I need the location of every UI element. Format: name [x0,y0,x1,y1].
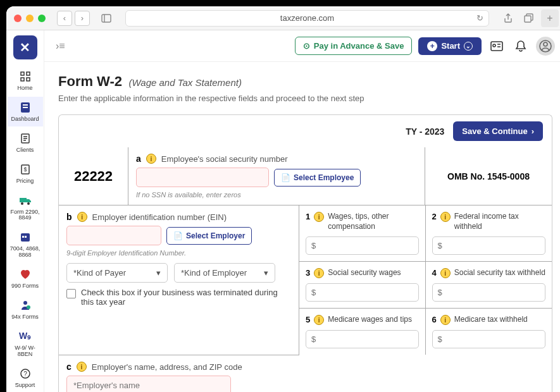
dashboard-icon [18,101,32,114]
box-b: b i Employer identification number (EIN)… [59,205,299,355]
collapse-icon[interactable]: ›≡ [56,40,65,52]
page-subtitle: (Wage and Tax Statement) [128,77,241,88]
bell-icon[interactable] [512,37,530,55]
box-3-label: Social security wages [328,268,418,278]
box-4-input[interactable] [432,283,546,302]
close-window[interactable] [14,15,22,22]
sidebar-label: 990 Forms [11,283,39,290]
row-1: b i Employer identification number (EIN)… [59,205,552,355]
box-2-input[interactable] [432,236,546,255]
box-3: 3 i Social security wages [299,262,426,309]
sidebar-item-form-2290[interactable]: Form 2290, 8849 [8,190,43,226]
chevron-down-icon: ▾ [156,268,161,278]
select-employee-label: Select Employee [294,173,354,182]
content: Form W-2 (Wage and Tax Statement) Enter … [44,62,560,392]
svg-rect-0 [102,15,111,22]
field-c-label: c i Employer's name, address, and ZIP co… [66,362,292,372]
svg-rect-9 [23,107,28,108]
svg-point-17 [21,202,23,205]
info-icon[interactable]: i [440,315,451,325]
box-4: 4 i Social security tax withheld [426,262,552,309]
url-bar[interactable]: taxzerone.com ↻ [125,10,489,27]
new-tab-button[interactable]: + [541,9,559,27]
payer-employer-selects: *Kind of Payer ▾ *Kind of Employer ▾ [66,263,291,283]
sidebar-label: 7004, 4868, 8868 [9,246,42,259]
sidebar-item-990[interactable]: 990 Forms [8,264,43,293]
sidebar-toggle-icon[interactable] [99,11,114,26]
box-5-input[interactable] [306,330,419,348]
omb-box: OMB No. 1545-0008 [425,147,552,205]
save-continue-button[interactable]: Save & Continue › [453,121,543,141]
select-employer-button[interactable]: 📄 Select Employer [166,227,252,245]
box-1-input[interactable] [306,236,419,255]
sidebar-item-dashboard[interactable]: Dashboard [8,97,43,126]
employer-name-input[interactable] [66,376,231,392]
box-6-input[interactable] [432,330,546,348]
employer-name-label: Employer's name, address, and ZIP code [92,362,242,372]
forward-button[interactable]: › [75,11,90,26]
info-icon[interactable]: i [440,268,451,278]
box-6: 6 i Medicare tax withheld [426,309,552,355]
sidebar-item-7004[interactable]: 7004, 4868, 8868 [8,226,43,262]
sidebar-label: Dashboard [11,116,39,123]
ein-input[interactable] [66,226,161,245]
pay-label: Pay in Advance & Save [314,41,404,51]
id-card-icon[interactable] [488,37,506,55]
terminated-checkbox[interactable] [66,289,76,298]
info-icon[interactable]: i [314,268,324,278]
sidebar-item-clients[interactable]: Clients [8,128,43,157]
page-description: Enter the applicable information in the … [58,94,552,103]
svg-rect-8 [23,104,28,106]
save-label: Save & Continue [462,126,527,136]
sidebar-label: W-9/ W-8BEN [9,345,42,358]
nav-buttons: ‹ › [57,11,90,26]
kind-of-payer-select[interactable]: *Kind of Payer ▾ [66,263,168,283]
ssn-hint: If no SSN is available, enter zeros [136,191,417,199]
document-icon: 📄 [173,231,183,240]
kind-of-employer-select[interactable]: *Kind of Employer ▾ [174,263,275,283]
box-number: 6 [432,315,437,324]
terminated-checkbox-row: Check this box if your business was term… [66,288,291,307]
info-icon[interactable]: i [440,212,451,222]
pricing-icon: $ [18,162,32,176]
field-a-label: a i Employee's social security number [136,154,417,164]
svg-rect-5 [21,78,24,81]
pay-advance-button[interactable]: ⊙ Pay in Advance & Save [295,37,413,55]
box-a: a i Employee's social security number 📄 … [128,147,425,205]
svg-text:?: ? [23,371,27,377]
start-button[interactable]: + Start ⌄ [418,37,482,55]
sidebar-item-pricing[interactable]: $ Pricing [8,159,43,188]
heart-icon [18,267,32,281]
info-icon[interactable]: i [314,315,324,325]
traffic-lights [14,15,46,22]
app-logo[interactable]: ✕ [13,35,37,59]
box-3-input[interactable] [306,283,419,302]
sidebar-item-support[interactable]: ? Support [8,363,43,392]
minimize-window[interactable] [26,15,34,22]
browser-chrome: ‹ › taxzerone.com ↻ + [6,6,560,30]
share-icon[interactable] [501,11,516,26]
user-avatar[interactable] [536,37,555,56]
sidebar-item-w9[interactable]: W₉ W-9/ W-8BEN [8,326,43,362]
letter-c: c [66,362,72,372]
sidebar-label: Pricing [16,178,34,185]
ssn-field-row: 📄 Select Employee [136,168,417,187]
ssn-input[interactable] [136,168,269,187]
start-label: Start [441,41,460,51]
info-icon[interactable]: i [77,362,87,372]
select-employee-button[interactable]: 📄 Select Employee [274,169,361,187]
terminated-label: Check this box if your business was term… [81,288,291,307]
maximize-window[interactable] [38,15,46,22]
svg-rect-2 [525,16,531,22]
svg-text:$: $ [23,166,27,173]
boxes-2-4-6: 2 i Federal income tax withheld 4 i [426,205,552,355]
info-icon[interactable]: i [77,212,87,222]
reload-icon[interactable]: ↻ [476,13,483,23]
info-icon[interactable]: i [146,154,156,164]
info-icon[interactable]: i [314,212,324,222]
sidebar-item-94x[interactable]: 94x Forms [8,295,43,324]
back-button[interactable]: ‹ [57,11,72,26]
tabs-icon[interactable] [521,11,536,26]
sidebar-item-home[interactable]: Home [8,66,43,95]
ssn-label: Employee's social security number [161,154,288,164]
